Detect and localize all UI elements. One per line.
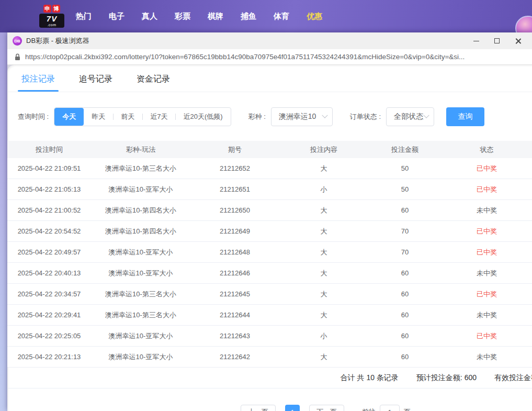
nav-item-优惠[interactable]: 优惠 bbox=[307, 12, 322, 21]
record-tabs: 投注记录追号记录资金记录 bbox=[7, 65, 532, 92]
minimize-button[interactable] bbox=[472, 37, 480, 45]
table-row: 2025-04-22 20:29:41澳洲幸运10-第三名大小21212644大… bbox=[7, 305, 532, 326]
column-header-状态: 状态 bbox=[442, 145, 532, 154]
nav-item-电子[interactable]: 电子 bbox=[109, 12, 124, 21]
tab-追号记录[interactable]: 追号记录 bbox=[79, 74, 112, 92]
nav-item-真人[interactable]: 真人 bbox=[142, 12, 157, 21]
table-row: 2025-04-22 21:05:13澳洲幸运10-亚军大小21212651小5… bbox=[7, 179, 532, 200]
cell-content: 大 bbox=[279, 164, 368, 173]
cell-issue: 21212642 bbox=[190, 353, 279, 361]
logo-sub-text: .com bbox=[41, 23, 63, 27]
table-row: 2025-04-22 20:40:13澳洲幸运10-亚军大小21212646大6… bbox=[7, 263, 532, 284]
window-titlebar[interactable]: DB DB彩票 - 极速浏览器 bbox=[7, 32, 532, 49]
column-header-投注金额: 投注金额 bbox=[368, 145, 442, 154]
address-bar[interactable]: https://ctop02pcali.2kbxi392.com/lottery… bbox=[7, 49, 532, 65]
nav-item-彩票[interactable]: 彩票 bbox=[175, 12, 190, 21]
cell-issue: 21212644 bbox=[190, 311, 279, 319]
table-row: 2025-04-22 20:49:57澳洲幸运10-亚军大小21212648大7… bbox=[7, 242, 532, 263]
cell-amount: 60 bbox=[368, 332, 442, 340]
url-text: https://ctop02pcali.2kbxi392.com/lottery… bbox=[25, 53, 465, 61]
nav-item-捕鱼[interactable]: 捕鱼 bbox=[241, 12, 256, 21]
filter-bar: 查询时间 : 今天昨天前天近7天近20天(低频) 彩种 : 澳洲幸运10 订单状… bbox=[7, 107, 532, 126]
nav-item-棋牌[interactable]: 棋牌 bbox=[208, 12, 223, 21]
cell-amount: 50 bbox=[368, 185, 442, 193]
summary-row: 合计 共 10 条记录 预计投注金额: 600 有效投注金额 bbox=[7, 368, 532, 388]
lottery-select[interactable]: 澳洲幸运10 bbox=[271, 107, 333, 126]
valid-bet-amount: 有效投注金额 bbox=[494, 373, 532, 383]
cell-time: 2025-04-22 20:21:13 bbox=[7, 353, 91, 361]
cell-time: 2025-04-22 21:00:52 bbox=[7, 206, 91, 214]
cell-status: 已中奖 bbox=[442, 185, 532, 194]
main-menu: 热门电子真人彩票棋牌捕鱼体育优惠 bbox=[76, 12, 322, 21]
logo-box: 7V .com bbox=[39, 14, 64, 28]
maximize-button[interactable] bbox=[493, 37, 501, 45]
window-title: DB彩票 - 极速浏览器 bbox=[26, 36, 89, 46]
cell-issue: 21212650 bbox=[190, 206, 279, 214]
close-icon bbox=[515, 38, 522, 45]
current-page-button[interactable]: 1 bbox=[285, 405, 300, 411]
table-header: 投注时间彩种-玩法期号投注内容投注金额状态 bbox=[7, 141, 532, 158]
cell-issue: 21212648 bbox=[190, 248, 279, 256]
column-header-彩种-玩法: 彩种-玩法 bbox=[91, 145, 190, 154]
cell-issue: 21212643 bbox=[190, 332, 279, 340]
cell-time: 2025-04-22 20:25:05 bbox=[7, 332, 91, 340]
cell-issue: 21212649 bbox=[190, 227, 279, 235]
cell-game: 澳洲幸运10-亚军大小 bbox=[91, 269, 190, 278]
tab-资金记录[interactable]: 资金记录 bbox=[137, 74, 170, 92]
table-row: 2025-04-22 21:09:51澳洲幸运10-第三名大小21212652大… bbox=[7, 158, 532, 179]
cell-content: 小 bbox=[279, 185, 368, 194]
next-page-button[interactable]: 下一页 bbox=[309, 405, 344, 411]
cell-time: 2025-04-22 21:09:51 bbox=[7, 164, 91, 172]
chevron-down-icon bbox=[423, 113, 429, 118]
time-option-近20天(低频)[interactable]: 近20天(低频) bbox=[175, 108, 230, 126]
cell-status: 已中奖 bbox=[442, 290, 532, 299]
nav-item-热门[interactable]: 热门 bbox=[76, 12, 92, 21]
nav-item-体育[interactable]: 体育 bbox=[274, 12, 289, 21]
table-row: 2025-04-22 20:34:57澳洲幸运10-第三名大小21212645大… bbox=[7, 284, 532, 305]
order-status-select[interactable]: 全部状态 bbox=[386, 107, 434, 126]
cell-time: 2025-04-22 20:54:52 bbox=[7, 227, 91, 235]
cell-amount: 70 bbox=[368, 248, 442, 256]
pagination: 上一页 1 下一页 前往 页 bbox=[63, 405, 532, 411]
records-panel: 投注记录追号记录资金记录 查询时间 : 今天昨天前天近7天近20天(低频) 彩种… bbox=[7, 65, 532, 411]
cell-amount: 60 bbox=[368, 290, 442, 298]
maximize-icon bbox=[494, 38, 500, 43]
cell-content: 大 bbox=[279, 290, 368, 299]
time-filter-group: 今天昨天前天近7天近20天(低频) bbox=[54, 107, 231, 126]
cell-status: 已中奖 bbox=[442, 248, 532, 257]
cell-issue: 21212646 bbox=[190, 269, 279, 277]
cell-game: 澳洲幸运10-亚军大小 bbox=[91, 248, 190, 257]
table-row: 2025-04-22 21:00:52澳洲幸运10-第四名大小21212650大… bbox=[7, 200, 532, 221]
cell-status: 未中奖 bbox=[442, 352, 532, 362]
goto-page-suffix: 页 bbox=[404, 407, 411, 411]
browser-window: DB DB彩票 - 极速浏览器 https://ctop02pcali.2kbx… bbox=[7, 32, 532, 411]
lottery-select-value: 澳洲幸运10 bbox=[279, 112, 316, 121]
goto-page-input[interactable] bbox=[380, 405, 400, 411]
cell-content: 小 bbox=[279, 331, 368, 341]
cell-content: 大 bbox=[279, 310, 368, 320]
time-option-近7天[interactable]: 近7天 bbox=[142, 108, 175, 126]
cell-time: 2025-04-22 20:49:57 bbox=[7, 248, 91, 256]
table-row: 2025-04-22 20:54:52澳洲幸运10-第四名大小21212649大… bbox=[7, 221, 532, 242]
cell-time: 2025-04-22 20:29:41 bbox=[7, 311, 91, 319]
prev-page-button[interactable]: 上一页 bbox=[241, 405, 276, 411]
cell-issue: 21212652 bbox=[190, 164, 279, 172]
cell-game: 澳洲幸运10-第三名大小 bbox=[91, 290, 190, 299]
cell-status: 未中奖 bbox=[442, 206, 532, 215]
time-option-昨天[interactable]: 昨天 bbox=[84, 108, 113, 126]
cell-game: 澳洲幸运10-第四名大小 bbox=[91, 227, 190, 236]
cell-time: 2025-04-22 21:05:13 bbox=[7, 185, 91, 193]
cell-content: 大 bbox=[279, 352, 368, 362]
window-controls bbox=[472, 37, 527, 45]
cell-game: 澳洲幸运10-第三名大小 bbox=[91, 164, 190, 173]
site-logo[interactable]: 申 博 7V .com bbox=[39, 5, 64, 28]
time-option-前天[interactable]: 前天 bbox=[113, 108, 142, 126]
column-header-投注内容: 投注内容 bbox=[279, 145, 368, 154]
time-option-今天[interactable]: 今天 bbox=[54, 108, 84, 126]
top-navbar: 申 博 7V .com 热门电子真人彩票棋牌捕鱼体育优惠 bbox=[0, 0, 532, 32]
close-button[interactable] bbox=[514, 37, 522, 45]
cell-amount: 60 bbox=[368, 353, 442, 361]
tab-投注记录[interactable]: 投注记录 bbox=[21, 74, 55, 92]
lock-icon bbox=[15, 53, 20, 61]
search-button[interactable]: 查询 bbox=[446, 107, 484, 126]
